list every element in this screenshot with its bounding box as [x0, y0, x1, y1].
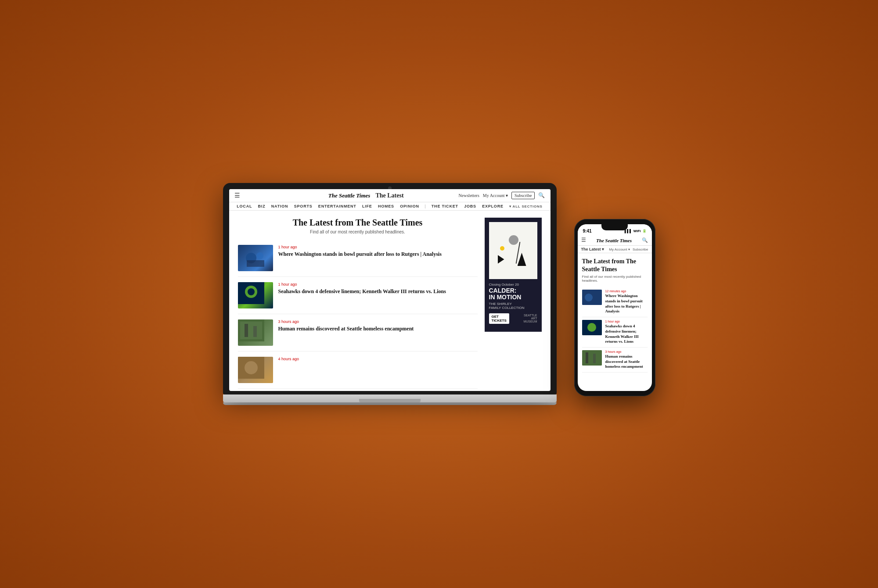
nav-explore[interactable]: EXPLORE	[482, 204, 504, 208]
article-timestamp: 3 hours ago	[278, 319, 478, 324]
article-timestamp: 1 hour ago	[278, 245, 478, 249]
phone-outer: 9:41 ▌▌▌ WiFi 🔋 ☰ The Seattle Times 🔍 Th…	[574, 219, 655, 396]
svg-rect-8	[245, 324, 248, 337]
washington-image	[238, 245, 273, 271]
my-account-link[interactable]: My Account ▾	[483, 193, 508, 198]
subscribe-button[interactable]: Subscribe	[511, 192, 535, 199]
page-title: The Latest	[375, 192, 403, 199]
tickets-button[interactable]: GETTICKETS	[489, 313, 509, 324]
phone-my-account[interactable]: My Account ▾	[609, 247, 630, 251]
phone-remains-image	[582, 350, 602, 366]
phone-article-title[interactable]: Where Washington stands in bowl pursuit …	[605, 294, 648, 314]
nav-nation[interactable]: NATION	[271, 204, 288, 208]
phone-time: 9:41	[583, 229, 592, 233]
svg-rect-9	[253, 326, 257, 337]
scene: ☰ The Seattle Times The Latest Newslette…	[223, 183, 655, 405]
phone-browser-header: ☰ The Seattle Times 🔍	[578, 235, 652, 246]
phone-subscribe[interactable]: Subscribe	[633, 247, 648, 251]
svg-point-5	[248, 288, 255, 295]
phone-article-time: 12 minutes ago	[605, 290, 648, 293]
battery-icon: 🔋	[642, 229, 647, 233]
ad-title: CALDER: IN MOTION	[489, 287, 537, 301]
article-headline[interactable]: Seahawks down 4 defensive linemen; Kenne…	[278, 288, 478, 295]
phone-article-body: 1 hour ago Seahawks down 4 defensive lin…	[605, 320, 648, 344]
phone-article-body: 3 hours ago Human remains discovered at …	[605, 350, 648, 369]
calder-shape-2	[498, 255, 504, 264]
search-icon[interactable]: 🔍	[538, 192, 545, 199]
menu-icon[interactable]: ☰	[234, 192, 240, 199]
article-body: 3 hours ago Human remains discovered at …	[278, 319, 478, 333]
article-thumbnail	[238, 245, 273, 271]
nav-jobs[interactable]: JOBS	[464, 204, 476, 208]
page-content: The Latest from The Seattle Times Find a…	[229, 211, 551, 391]
phone-article-title[interactable]: Human remains discovered at Seattle home…	[605, 354, 648, 369]
nav-divider: |	[425, 204, 426, 208]
nav-life[interactable]: LIFE	[362, 204, 372, 208]
phone-article-thumb	[582, 350, 602, 366]
svg-rect-16	[582, 350, 602, 366]
calder-circle-gray	[509, 235, 518, 245]
article-thumbnail	[238, 282, 273, 308]
articles-column: The Latest from The Seattle Times Find a…	[238, 218, 478, 389]
ad-tickets-row: GETTICKETS SEATTLEARTMUSEUM	[489, 313, 537, 324]
article-body: 1 hour ago Where Washington stands in bo…	[278, 245, 478, 258]
phone-subtitle: Find all of our most recently published …	[582, 275, 648, 283]
article-item: 4 hours ago	[238, 351, 478, 389]
browser-nav-right: Newsletters My Account ▾ Subscribe 🔍	[459, 192, 545, 199]
phone-sub-right: My Account ▾ Subscribe	[609, 247, 648, 251]
article-body: 4 hours ago	[278, 357, 478, 362]
phone-article-item: 3 hours ago Human remains discovered at …	[582, 348, 648, 373]
wifi-icon: WiFi	[633, 229, 641, 233]
ad-subtitle: THE SHIRLEYFAMILY COLLECTION	[489, 302, 537, 310]
phone-article-body: 12 minutes ago Where Washington stands i…	[605, 290, 648, 314]
svg-rect-18	[593, 354, 596, 363]
laptop-base	[223, 394, 557, 402]
phone-page-content: The Latest from The Seattle Times Find a…	[578, 253, 652, 377]
phone-article-thumb	[582, 320, 602, 335]
phone-status-icons: ▌▌▌ WiFi 🔋	[625, 229, 647, 233]
site-logo[interactable]: The Seattle Times	[328, 192, 371, 199]
calder-shape-1	[518, 253, 526, 266]
article-item: 1 hour ago Seahawks down 4 defensive lin…	[238, 277, 478, 314]
phone-search-icon[interactable]: 🔍	[642, 237, 648, 243]
phone-washington-image	[582, 290, 602, 305]
nav-entertainment[interactable]: ENTERTAINMENT	[318, 204, 356, 208]
phone-seahawks-image	[582, 320, 602, 335]
ad-artwork	[489, 222, 537, 279]
remains-image	[238, 319, 273, 346]
page-main-title: The Latest from The Seattle Times	[238, 218, 478, 228]
newsletters-link[interactable]: Newsletters	[459, 193, 479, 198]
laptop-device: ☰ The Seattle Times The Latest Newslette…	[223, 183, 557, 405]
article-headline[interactable]: Where Washington stands in bowl pursuit …	[278, 251, 478, 258]
laptop-screen-outer: ☰ The Seattle Times The Latest Newslette…	[223, 183, 557, 394]
museum-logo: SEATTLEARTMUSEUM	[523, 314, 537, 323]
nav-ticket[interactable]: THE TICKET	[432, 204, 458, 208]
browser-header: ☰ The Seattle Times The Latest Newslette…	[229, 189, 551, 202]
svg-rect-2	[247, 260, 264, 267]
article-item: 1 hour ago Where Washington stands in bo…	[238, 240, 478, 277]
fourth-image	[238, 357, 273, 383]
phone-page-headline: The Latest from The Seattle Times Find a…	[582, 258, 648, 283]
phone-menu-icon[interactable]: ☰	[581, 237, 586, 244]
phone-article-title[interactable]: Seahawks down 4 defensive linemen; Kenne…	[605, 324, 648, 344]
article-body: 1 hour ago Seahawks down 4 defensive lin…	[278, 282, 478, 295]
nav-sports[interactable]: SPORTS	[294, 204, 313, 208]
phone-latest-tab[interactable]: The Latest ▾	[581, 247, 605, 251]
calder-mobile-sculpture	[496, 233, 531, 268]
all-sections[interactable]: ▾ All Sections	[509, 204, 543, 208]
calder-circle-yellow	[500, 246, 504, 251]
nav-homes[interactable]: HOMES	[378, 204, 394, 208]
nav-biz[interactable]: BIZ	[258, 204, 266, 208]
phone-site-logo[interactable]: The Seattle Times	[596, 238, 632, 243]
page-subtitle: Find all of our most recently published …	[238, 229, 478, 234]
ad-box: Closing October 20 CALDER: IN MOTION THE…	[485, 218, 542, 332]
article-timestamp: 1 hour ago	[278, 282, 478, 287]
phone-article-time: 1 hour ago	[605, 320, 648, 323]
phone-main-title: The Latest from The Seattle Times	[582, 258, 648, 273]
article-item: 3 hours ago Human remains discovered at …	[238, 314, 478, 351]
article-headline[interactable]: Human remains discovered at Seattle home…	[278, 325, 478, 333]
phone-article-item: 12 minutes ago Where Washington stands i…	[582, 287, 648, 317]
nav-opinion[interactable]: OPINION	[400, 204, 419, 208]
phone-article-thumb	[582, 290, 602, 305]
nav-local[interactable]: LOCAL	[237, 204, 252, 208]
